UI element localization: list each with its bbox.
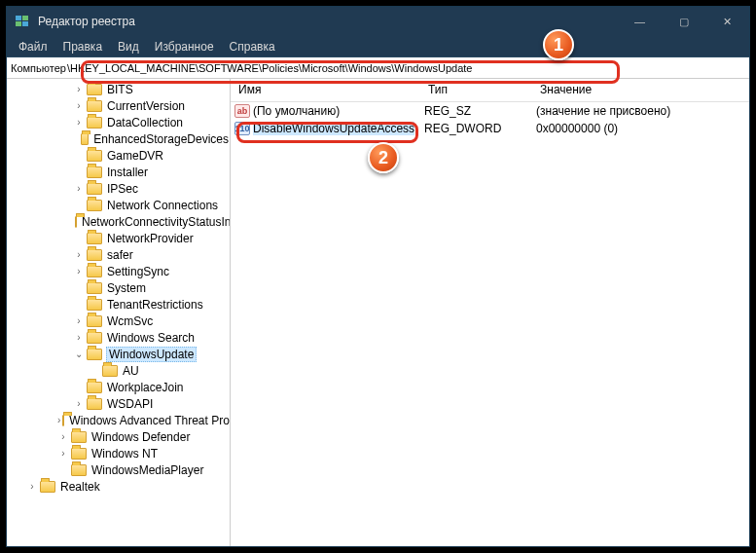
col-header-type[interactable]: Тип [420, 79, 532, 101]
tree-item-label: NetworkConnectivityStatusIndicator [81, 215, 231, 229]
menu-favorites[interactable]: Избранное [147, 38, 222, 55]
col-header-name[interactable]: Имя [231, 79, 420, 101]
folder-icon [40, 481, 55, 493]
tree-item[interactable]: ›DataCollection [7, 114, 230, 130]
close-button[interactable]: ✕ [705, 7, 749, 36]
svg-rect-3 [22, 21, 28, 26]
tree-item[interactable]: ⌄WindowsUpdate [7, 346, 230, 362]
value-data: (значение не присвоено) [532, 104, 749, 118]
tree-item[interactable]: WorkplaceJoin [7, 379, 230, 395]
chevron-right-icon[interactable]: › [73, 117, 85, 129]
chevron-right-icon[interactable]: › [73, 315, 85, 327]
tree-item-label: Windows Defender [90, 430, 191, 444]
value-row[interactable]: ab(По умолчанию)REG_SZ(значение не присв… [231, 102, 749, 120]
chevron-right-icon[interactable]: › [73, 398, 85, 410]
list-body[interactable]: ab(По умолчанию)REG_SZ(значение не присв… [231, 102, 749, 546]
chevron-right-icon[interactable]: › [73, 266, 85, 277]
chevron-right-icon[interactable]: › [73, 183, 85, 195]
tree-item-label: AU [122, 364, 140, 378]
reg-dword-icon: 110 [234, 122, 250, 135]
tree-item[interactable]: ›BITS [7, 81, 230, 97]
folder-icon [87, 183, 102, 195]
chevron-down-icon[interactable]: ⌄ [73, 349, 85, 360]
tree-item[interactable]: AU [7, 362, 230, 379]
menu-edit[interactable]: Правка [55, 38, 111, 55]
tree-item[interactable]: ›CurrentVersion [7, 97, 230, 114]
maximize-button[interactable]: ▢ [662, 7, 705, 36]
folder-icon [75, 216, 77, 228]
value-type: REG_DWORD [420, 122, 532, 135]
expander-spacer [73, 133, 79, 145]
window-title: Редактор реестра [38, 15, 135, 28]
tree-item-label: GameDVR [106, 149, 164, 163]
menu-file[interactable]: Файл [11, 38, 55, 55]
expander-spacer [73, 382, 85, 393]
col-header-value[interactable]: Значение [532, 79, 749, 101]
tree-item[interactable]: ›WcmSvc [7, 313, 230, 329]
address-path: \HKEY_LOCAL_MACHINE\SOFTWARE\Policies\Mi… [67, 62, 473, 74]
tree-item[interactable]: NetworkConnectivityStatusIndicator [7, 213, 230, 230]
tree-item[interactable]: ›Windows Advanced Threat Protection [7, 412, 230, 428]
tree-item[interactable]: ›Realtek [7, 478, 230, 495]
chevron-right-icon[interactable]: › [26, 481, 38, 493]
tree-item[interactable]: TenantRestrictions [7, 296, 230, 313]
tree-item[interactable]: NetworkProvider [7, 230, 230, 246]
tree-item-label: NetworkProvider [106, 232, 195, 245]
tree-item[interactable]: ›safer [7, 246, 230, 263]
chevron-right-icon[interactable]: › [57, 448, 69, 460]
menu-help[interactable]: Справка [222, 38, 283, 55]
tree-item[interactable]: GameDVR [7, 147, 230, 164]
value-name: (По умолчанию) [253, 104, 340, 118]
tree-item[interactable]: ›Windows NT [7, 445, 230, 461]
folder-icon [87, 117, 102, 129]
folder-icon [102, 365, 118, 377]
svg-rect-2 [16, 21, 21, 26]
expander-spacer [57, 464, 69, 476]
expander-spacer [73, 150, 85, 162]
reg-string-icon: ab [234, 104, 250, 118]
folder-icon [87, 299, 102, 311]
tree-item[interactable]: WindowsMediaPlayer [7, 461, 230, 478]
folder-icon [87, 200, 102, 211]
tree-item[interactable]: ›SettingSync [7, 263, 230, 279]
expander-spacer [73, 299, 85, 311]
minimize-button[interactable]: — [618, 7, 662, 36]
folder-icon [87, 84, 102, 95]
folder-icon [87, 150, 102, 162]
folder-icon [87, 349, 102, 360]
list-header: Имя Тип Значение [231, 79, 749, 102]
tree-item[interactable]: System [7, 279, 230, 296]
address-bar[interactable]: Компьютер \HKEY_LOCAL_MACHINE\SOFTWARE\P… [7, 57, 749, 79]
value-row[interactable]: 110DisableWindowsUpdateAccessREG_DWORD0x… [231, 120, 749, 137]
chevron-right-icon[interactable]: › [57, 431, 69, 443]
folder-icon [81, 133, 90, 145]
folder-icon [87, 266, 102, 277]
folder-icon [87, 332, 102, 344]
chevron-right-icon[interactable]: › [73, 84, 85, 95]
folder-icon [87, 282, 102, 294]
folder-icon [71, 448, 87, 460]
tree-item[interactable]: Installer [7, 164, 230, 180]
tree-item[interactable]: EnhancedStorageDevices [7, 130, 230, 147]
tree-item[interactable]: ›Windows Search [7, 329, 230, 346]
tree-panel[interactable]: ›BITS›CurrentVersion›DataCollectionEnhan… [7, 79, 231, 546]
folder-icon [87, 382, 102, 393]
chevron-right-icon[interactable]: › [73, 332, 85, 344]
tree-item[interactable]: Network Connections [7, 197, 230, 213]
menu-view[interactable]: Вид [110, 38, 147, 55]
folder-icon [71, 431, 87, 443]
tree-item[interactable]: ›IPSec [7, 180, 230, 197]
chevron-right-icon[interactable]: › [57, 415, 60, 426]
tree-item[interactable]: ›Windows Defender [7, 428, 230, 445]
svg-rect-0 [16, 16, 21, 20]
value-type: REG_SZ [420, 104, 532, 118]
tree-item-label: Realtek [59, 480, 101, 494]
tree-item[interactable]: ›WSDAPI [7, 395, 230, 412]
chevron-right-icon[interactable]: › [73, 100, 85, 112]
value-data: 0x00000000 (0) [532, 122, 749, 135]
tree-item-label: safer [106, 248, 134, 262]
expander-spacer [73, 282, 85, 294]
chevron-right-icon[interactable]: › [73, 249, 85, 261]
folder-icon [87, 249, 102, 261]
folder-icon [62, 415, 64, 426]
